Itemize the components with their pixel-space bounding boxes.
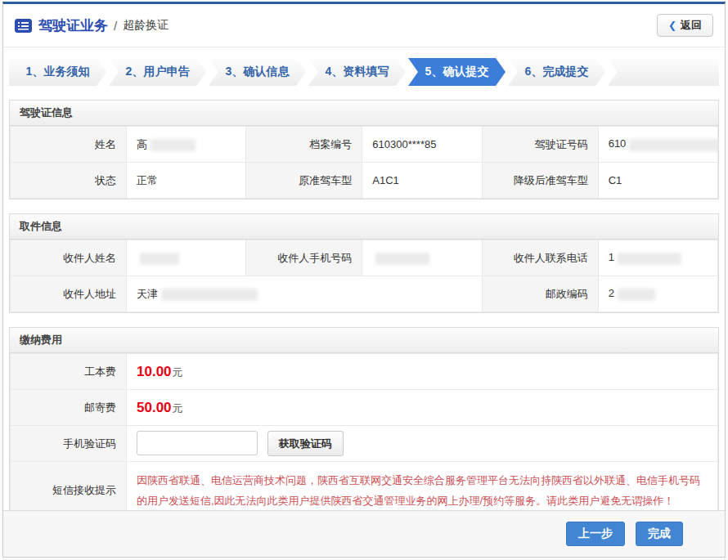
finish-button[interactable]: 完成 [636, 522, 683, 546]
back-button[interactable]: ❮ 返回 [657, 14, 713, 37]
redaction-blur [161, 289, 258, 301]
field-value: 610 [598, 127, 717, 163]
field-label: 收件人手机号码 [246, 240, 362, 276]
section-pickup: 取件信息收件人姓名收件人手机号码收件人联系电话1收件人地址天津邮政编码2 [9, 213, 719, 313]
field-value: A1C1 [362, 163, 482, 199]
breadcrumb-current: 超龄换证 [123, 18, 169, 33]
field-label: 档案编号 [246, 127, 362, 163]
field-label: 状态 [11, 163, 127, 199]
footer-bar: 上一步 完成 [3, 510, 725, 557]
step-5[interactable]: 5、确认提交 [408, 58, 506, 86]
sms-code-label: 手机验证码 [11, 426, 127, 462]
step-2[interactable]: 2、用户申告 [109, 58, 206, 86]
section-pickup-title: 取件信息 [10, 214, 718, 240]
fee-label: 工本费 [11, 354, 127, 390]
sms-code-input[interactable] [137, 431, 258, 455]
info-row: 姓名高档案编号610300****85驾驶证号码610 [11, 127, 718, 163]
field-value: 610300****85 [362, 127, 482, 163]
back-button-label: 返回 [681, 18, 702, 33]
fee-label: 邮寄费 [11, 390, 127, 426]
step-3[interactable]: 3、确认信息 [209, 58, 306, 86]
steps-filler [608, 58, 719, 86]
step-6[interactable]: 6、完成提交 [508, 58, 605, 86]
page-container: 驾驶证业务 / 超龄换证 ❮ 返回 1、业务须知2、用户申告3、确认信息4、资料… [2, 2, 726, 558]
redaction-blur [618, 253, 681, 265]
chevron-left-icon: ❮ [668, 20, 676, 31]
field-label: 邮政编码 [482, 276, 598, 312]
sms-code-row: 手机验证码 获取验证码 [11, 426, 718, 462]
fee-row: 邮寄费 50.00元 [11, 390, 718, 426]
field-value [127, 240, 246, 276]
fee-amount: 10.00 [137, 364, 172, 379]
fee-unit: 元 [173, 402, 183, 414]
field-value: 2 [598, 276, 717, 312]
info-row: 收件人姓名收件人手机号码收件人联系电话1 [11, 240, 718, 276]
field-label: 降级后准驾车型 [482, 163, 598, 199]
info-row: 状态正常原准驾车型A1C1降级后准驾车型C1 [11, 163, 718, 199]
fee-unit: 元 [173, 366, 183, 379]
page-header: 驾驶证业务 / 超龄换证 ❮ 返回 [3, 4, 725, 47]
field-value: 正常 [127, 163, 246, 199]
field-value: 1 [598, 240, 717, 276]
section-payment: 缴纳费用 工本费 10.00元 邮寄费 50.00元 手机验证码 获取验证码 [9, 327, 719, 521]
field-label: 原准驾车型 [246, 163, 362, 199]
step-4[interactable]: 4、资料填写 [308, 58, 406, 86]
field-value: C1 [598, 163, 717, 199]
field-value: 高 [127, 127, 246, 163]
section-license: 驾驶证信息姓名高档案编号610300****85驾驶证号码610状态正常原准驾车… [9, 100, 719, 199]
section-payment-title: 缴纳费用 [10, 328, 718, 353]
field-label: 收件人联系电话 [482, 240, 598, 276]
field-label: 收件人地址 [11, 276, 127, 312]
redaction-blur [140, 253, 179, 265]
get-code-button[interactable]: 获取验证码 [267, 431, 344, 456]
redaction-blur [618, 289, 655, 301]
redaction-blur [629, 139, 717, 151]
field-label: 收件人姓名 [11, 240, 127, 276]
field-label: 姓名 [11, 127, 127, 163]
redaction-blur [375, 253, 429, 265]
step-1[interactable]: 1、业务须知 [9, 58, 106, 86]
fee-amount: 50.00 [137, 400, 172, 415]
previous-step-button[interactable]: 上一步 [566, 522, 625, 546]
steps-bar: 1、业务须知2、用户申告3、确认信息4、资料填写5、确认提交6、完成提交 [9, 58, 719, 86]
info-sections-host: 驾驶证信息姓名高档案编号610300****85驾驶证号码610状态正常原准驾车… [3, 100, 725, 313]
redaction-blur [151, 139, 195, 151]
license-list-icon [15, 19, 32, 33]
field-label: 驾驶证号码 [482, 127, 598, 163]
section-license-title: 驾驶证信息 [10, 101, 718, 126]
info-row: 收件人地址天津邮政编码2 [11, 276, 718, 312]
fee-row: 工本费 10.00元 [11, 354, 718, 390]
sms-notice-text: 因陕西省联通、电信运营商技术问题，陕西省互联网交通安全综合服务管理平台无法向持陕… [137, 474, 700, 507]
page-title: 驾驶证业务 [38, 16, 108, 35]
breadcrumb-separator: / [114, 19, 117, 33]
field-value [362, 240, 482, 276]
field-value: 天津 [127, 276, 483, 312]
